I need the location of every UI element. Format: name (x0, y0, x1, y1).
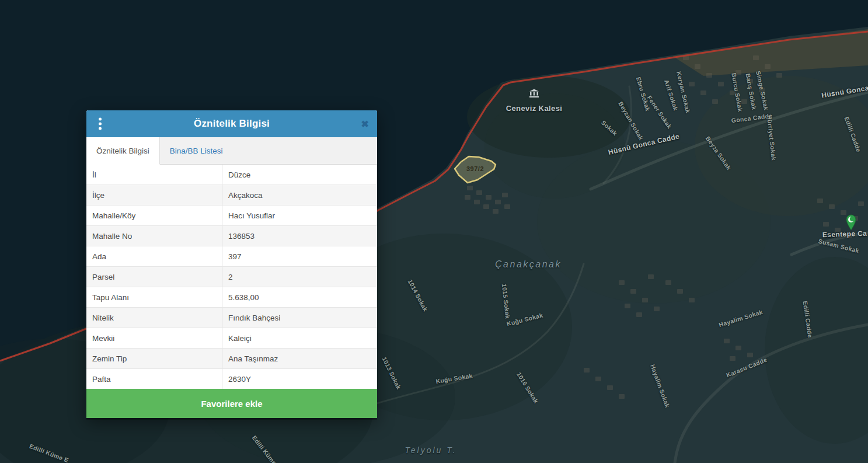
row-value: 5.638,00 (222, 287, 377, 307)
row-label: Parsel (86, 267, 222, 287)
table-row: İlDüzce (86, 165, 377, 184)
attribute-table: İlDüzce İlçeAkçakoca Mahalle/KöyHacı Yus… (86, 165, 377, 389)
map-label: Ceneviz Kalesi (506, 104, 563, 113)
modal-header: Öznitelik Bilgisi ✖ (86, 110, 377, 137)
table-row: Tapu Alanı5.638,00 (86, 287, 377, 307)
table-row: Pafta2630Y (86, 368, 377, 389)
parcel-label: 397/2 (466, 165, 484, 172)
kebab-menu-icon[interactable] (96, 116, 104, 133)
row-label: Ada (86, 246, 222, 266)
row-value: Fındık Bahçesi (222, 308, 377, 328)
add-to-favorites-button[interactable]: Favorilere ekle (86, 389, 377, 418)
row-label: Pafta (86, 369, 222, 389)
table-row: MevkiiKaleiçi (86, 328, 377, 348)
tab-bina-bb-listesi[interactable]: Bina/BB Listesi (160, 137, 233, 164)
tab-oznitelik-bilgisi[interactable]: Öznitelik Bilgisi (86, 137, 160, 165)
row-value: Akçakoca (222, 185, 377, 205)
row-value: 2 (222, 267, 377, 287)
table-row: NitelikFındık Bahçesi (86, 307, 377, 328)
row-value: Hacı Yusuflar (222, 206, 377, 225)
row-label: İl (86, 165, 222, 184)
row-value: Ana Taşınmaz (222, 349, 377, 368)
map-label: Çanakçanak (495, 259, 562, 270)
row-label: İlçe (86, 185, 222, 205)
map-canvas[interactable]: 397/2 Ceneviz Kalesi Çanakçanak Telyolu … (0, 0, 868, 463)
row-value: Kaleiçi (222, 328, 377, 348)
row-label: Zemin Tip (86, 349, 222, 368)
row-label: Mevkii (86, 328, 222, 348)
map-label: Telyolu T. (405, 445, 457, 455)
row-label: Nitelik (86, 308, 222, 328)
modal-tab-bar: Öznitelik Bilgisi Bina/BB Listesi (86, 137, 377, 165)
row-value: 2630Y (222, 369, 377, 389)
row-label: Mahalle/Köy (86, 206, 222, 225)
table-row: Parsel2 (86, 266, 377, 287)
monument-icon (529, 89, 539, 98)
location-pin-icon[interactable] (845, 214, 857, 231)
table-row: Ada397 (86, 246, 377, 266)
close-icon[interactable]: ✖ (361, 119, 369, 130)
attribute-info-modal: Öznitelik Bilgisi ✖ Öznitelik Bilgisi Bi… (86, 110, 377, 418)
table-row: Zemin TipAna Taşınmaz (86, 348, 377, 368)
row-label: Mahalle No (86, 226, 222, 246)
row-value: 136853 (222, 226, 377, 246)
table-row: Mahalle No136853 (86, 225, 377, 246)
row-value: 397 (222, 246, 377, 266)
table-row: İlçeAkçakoca (86, 184, 377, 205)
street-label: Esentepe Ca (822, 229, 867, 239)
modal-title: Öznitelik Bilgisi (194, 118, 270, 130)
table-row: Mahalle/KöyHacı Yusuflar (86, 205, 377, 225)
row-label: Tapu Alanı (86, 287, 222, 307)
row-value: Düzce (222, 165, 377, 184)
